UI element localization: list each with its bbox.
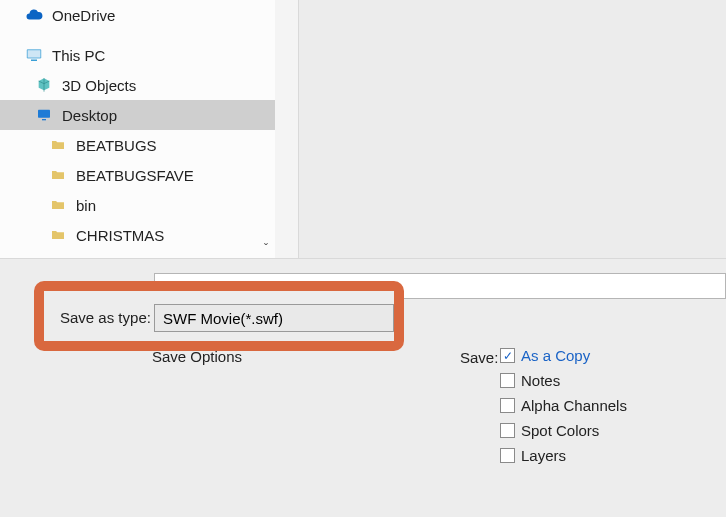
save-options-link[interactable]: Save Options: [152, 348, 242, 365]
monitor-icon: [34, 105, 54, 125]
tree-item-folder[interactable]: CHRISTMAS: [0, 220, 275, 250]
tree-scrollbar[interactable]: ˇ: [257, 0, 275, 258]
checkbox-icon[interactable]: [500, 423, 515, 438]
save-option-label: Spot Colors: [521, 422, 599, 439]
save-as-type-dropdown[interactable]: SWF Movie(*.swf): [154, 304, 394, 332]
save-option-alpha-channels[interactable]: Alpha Channels: [500, 397, 627, 414]
chevron-down-icon[interactable]: ˇ: [259, 242, 273, 256]
checkbox-icon[interactable]: [500, 448, 515, 463]
folder-icon: [48, 165, 68, 185]
save-option-layers[interactable]: Layers: [500, 447, 627, 464]
tree-item-onedrive[interactable]: OneDrive: [0, 0, 275, 30]
tree-item-folder[interactable]: BEATBUGSFAVE: [0, 160, 275, 190]
tree-item-3d-objects[interactable]: 3D Objects: [0, 70, 275, 100]
save-option-notes[interactable]: Notes: [500, 372, 627, 389]
folder-tree-list: OneDrive This PC 3D Objects Desktop: [0, 0, 275, 258]
save-option-label: As a Copy: [521, 347, 590, 364]
pc-icon: [24, 45, 44, 65]
save-option-as-a-copy[interactable]: As a Copy: [500, 347, 627, 364]
cube-icon: [34, 75, 54, 95]
tree-item-label: This PC: [52, 47, 275, 64]
checkbox-icon[interactable]: [500, 398, 515, 413]
tree-item-label: BEATBUGS: [76, 137, 275, 154]
tree-item-desktop[interactable]: Desktop: [0, 100, 275, 130]
tree-item-label: CHRISTMAS: [76, 227, 275, 244]
tree-item-label: Desktop: [62, 107, 275, 124]
save-option-label: Layers: [521, 447, 566, 464]
svg-rect-1: [42, 119, 46, 120]
cloud-icon: [24, 5, 44, 25]
tree-item-label: BEATBUGSFAVE: [76, 167, 275, 184]
tree-item-this-pc[interactable]: This PC: [0, 40, 275, 70]
folder-icon: [48, 135, 68, 155]
svg-rect-0: [38, 110, 50, 118]
tree-item-label: bin: [76, 197, 275, 214]
save-as-type-label: Save as type:: [60, 309, 151, 326]
tree-item-folder[interactable]: BEATBUGS: [0, 130, 275, 160]
checkbox-icon[interactable]: [500, 348, 515, 363]
file-name-input[interactable]: [155, 274, 725, 298]
save-option-label: Alpha Channels: [521, 397, 627, 414]
tree-item-label: 3D Objects: [62, 77, 275, 94]
preview-pane: [298, 0, 726, 258]
save-as-type-value: SWF Movie(*.swf): [163, 310, 283, 327]
folder-icon: [48, 195, 68, 215]
folder-tree: OneDrive This PC 3D Objects Desktop: [0, 0, 275, 258]
tree-item-label: OneDrive: [52, 7, 275, 24]
save-option-label: Notes: [521, 372, 560, 389]
tree-item-folder[interactable]: bin: [0, 190, 275, 220]
save-options-group: As a Copy Notes Alpha Channels Spot Colo…: [500, 347, 627, 464]
save-option-spot-colors[interactable]: Spot Colors: [500, 422, 627, 439]
folder-icon: [48, 225, 68, 245]
tree-item-folder[interactable]: DONE2021: [0, 250, 275, 258]
save-section-label: Save:: [460, 349, 498, 366]
file-name-field[interactable]: [154, 273, 726, 299]
checkbox-icon[interactable]: [500, 373, 515, 388]
save-panel: Save as type: SWF Movie(*.swf) Save Opti…: [0, 258, 726, 517]
